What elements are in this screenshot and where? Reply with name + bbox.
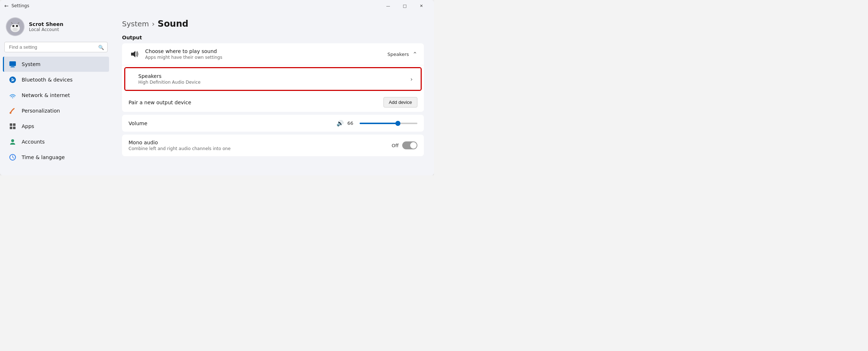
- choose-sound-subtitle: Apps might have their own settings: [145, 55, 383, 60]
- sidebar-item-accounts-label: Accounts: [22, 139, 45, 145]
- volume-value: 66: [347, 120, 356, 126]
- highlighted-wrapper: Speakers High Definition Audio Device ›: [122, 65, 424, 93]
- account-icon: [9, 138, 17, 146]
- choose-sound-right: Speakers ⌃: [387, 51, 417, 58]
- sidebar-item-time[interactable]: Time & language: [3, 150, 109, 165]
- choose-sound-text: Choose where to play sound Apps might ha…: [145, 48, 383, 60]
- volume-controls: 🔊 66: [337, 120, 417, 127]
- window-controls: — □ ✕: [380, 0, 430, 12]
- svg-line-22: [13, 157, 14, 158]
- volume-slider-track[interactable]: [360, 123, 417, 124]
- sidebar-item-system[interactable]: System: [3, 57, 109, 72]
- pair-device-label: Pair a new output device: [129, 100, 191, 105]
- volume-label: Volume: [129, 120, 332, 126]
- sidebar-item-bluetooth[interactable]: Bluetooth & devices: [3, 72, 109, 87]
- titlebar: ← Settings — □ ✕: [0, 0, 434, 12]
- speakers-highlighted-row[interactable]: Speakers High Definition Audio Device ›: [124, 67, 422, 91]
- svg-rect-11: [10, 67, 15, 67]
- breadcrumb: System › Sound: [122, 19, 424, 29]
- brush-icon: [9, 107, 17, 115]
- speakers-right: ›: [409, 74, 414, 84]
- volume-speaker-icon: 🔊: [337, 120, 344, 127]
- mono-audio-subtitle: Combine left and right audio channels in…: [129, 146, 387, 151]
- expand-icon[interactable]: ⌃: [413, 51, 417, 58]
- svg-point-14: [10, 112, 12, 114]
- sidebar: Scrot Sheen Local Account 🔍 Syst: [0, 12, 112, 175]
- speakers-text: Speakers High Definition Audio Device: [132, 73, 405, 85]
- user-account-type: Local Account: [29, 27, 63, 32]
- user-info: Scrot Sheen Local Account: [29, 21, 63, 32]
- sidebar-item-time-label: Time & language: [22, 154, 65, 160]
- speakers-chevron-icon[interactable]: ›: [409, 74, 414, 84]
- speakers-subtitle: High Definition Audio Device: [138, 80, 405, 85]
- output-card: Choose where to play sound Apps might ha…: [122, 43, 424, 112]
- volume-row: Volume 🔊 66: [122, 115, 424, 132]
- svg-point-12: [9, 76, 16, 83]
- breadcrumb-separator: ›: [152, 19, 155, 28]
- user-section: Scrot Sheen Local Account: [0, 14, 112, 42]
- choose-sound-title: Choose where to play sound: [145, 48, 383, 54]
- svg-rect-9: [9, 61, 16, 66]
- volume-slider-fill: [360, 123, 398, 124]
- sidebar-item-apps[interactable]: Apps: [3, 119, 109, 134]
- mono-audio-row: Mono audio Combine left and right audio …: [122, 135, 424, 156]
- mono-audio-text: Mono audio Combine left and right audio …: [129, 140, 387, 151]
- volume-text: Volume: [129, 120, 332, 126]
- volume-slider-thumb[interactable]: [395, 121, 400, 126]
- svg-marker-23: [131, 51, 135, 57]
- sidebar-item-apps-label: Apps: [22, 123, 34, 129]
- svg-point-13: [12, 97, 13, 98]
- maximize-button[interactable]: □: [396, 0, 413, 12]
- mono-audio-title: Mono audio: [129, 140, 387, 145]
- svg-rect-18: [13, 127, 16, 129]
- sidebar-item-network-label: Network & internet: [22, 92, 70, 98]
- speakers-row[interactable]: Speakers High Definition Audio Device ›: [125, 68, 421, 90]
- search-icon: 🔍: [98, 44, 104, 50]
- choose-sound-row[interactable]: Choose where to play sound Apps might ha…: [122, 43, 424, 65]
- settings-window: ← Settings — □ ✕: [0, 0, 434, 175]
- mono-audio-right: Off: [392, 141, 417, 149]
- add-device-button[interactable]: Add device: [383, 97, 417, 108]
- breadcrumb-parent: System: [122, 19, 149, 28]
- choose-sound-value: Speakers: [387, 52, 409, 57]
- sidebar-item-network[interactable]: Network & internet: [3, 88, 109, 103]
- avatar: [6, 17, 25, 36]
- user-avatar-image: [6, 18, 24, 35]
- svg-point-5: [16, 25, 18, 27]
- sidebar-item-bluetooth-label: Bluetooth & devices: [22, 77, 73, 83]
- svg-point-4: [12, 25, 14, 27]
- close-button[interactable]: ✕: [413, 0, 430, 12]
- search-box: 🔍: [4, 42, 108, 52]
- user-name: Scrot Sheen: [29, 21, 63, 27]
- volume-card: Volume 🔊 66: [122, 115, 424, 132]
- svg-rect-17: [10, 127, 12, 129]
- main-content: System › Sound Output: [112, 12, 434, 175]
- toggle-knob: [410, 142, 417, 149]
- mono-audio-state: Off: [392, 143, 399, 148]
- mono-audio-card: Mono audio Combine left and right audio …: [122, 135, 424, 156]
- apps-icon: [9, 122, 17, 130]
- sidebar-item-system-label: System: [22, 61, 40, 67]
- network-icon: [9, 91, 17, 99]
- svg-point-19: [11, 139, 14, 142]
- sidebar-item-personalization[interactable]: Personalization: [3, 103, 109, 118]
- speakers-title: Speakers: [138, 73, 405, 79]
- sidebar-item-accounts[interactable]: Accounts: [3, 134, 109, 149]
- breadcrumb-current: Sound: [158, 19, 188, 29]
- sidebar-item-personalization-label: Personalization: [22, 108, 60, 114]
- svg-rect-16: [13, 123, 16, 126]
- pair-device-row: Pair a new output device Add device: [122, 93, 424, 112]
- window-title: Settings: [12, 3, 29, 8]
- minimize-button[interactable]: —: [380, 0, 396, 12]
- bluetooth-icon: [9, 76, 17, 84]
- time-icon: [9, 153, 17, 161]
- svg-point-6: [13, 28, 18, 31]
- output-section-label: Output: [122, 35, 424, 40]
- back-icon[interactable]: ←: [4, 3, 9, 9]
- svg-rect-15: [10, 123, 12, 126]
- mono-audio-toggle[interactable]: [402, 141, 417, 149]
- speaker-icon: [129, 48, 140, 60]
- monitor-icon: [9, 60, 17, 68]
- search-input[interactable]: [4, 42, 108, 52]
